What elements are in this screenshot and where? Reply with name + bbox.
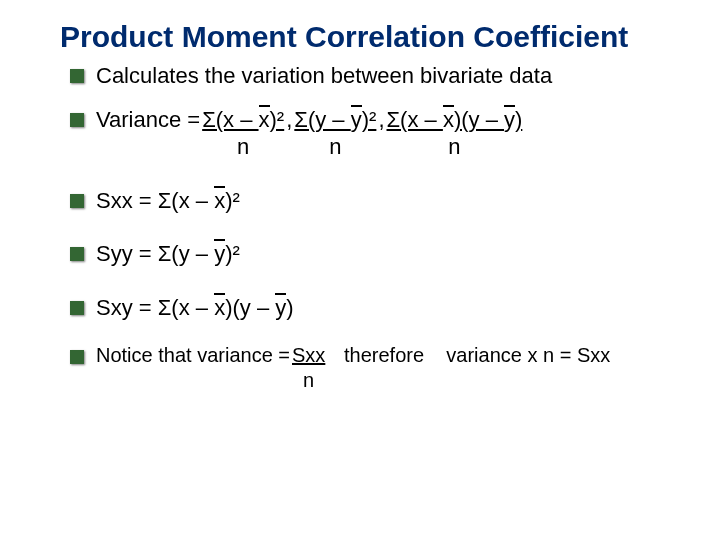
frac3-c: )(y – <box>454 107 504 132</box>
sxy-text: Sxy = Σ(x – x)(y – y) <box>96 294 294 322</box>
bullet-icon <box>70 113 84 127</box>
frac2-c: )² <box>362 107 377 132</box>
bullet-icon <box>70 69 84 83</box>
note-b: therefore variance x n = Sxx <box>327 343 610 368</box>
syy-row: Syy = Σ(y – y)² <box>70 240 690 268</box>
frac2-ybar: y <box>351 106 362 134</box>
variance-label: Variance = <box>96 106 200 134</box>
sxx-text: Sxx = Σ(x – x)² <box>96 187 240 215</box>
sxy-row: Sxy = Σ(x – x)(y – y) <box>70 294 690 322</box>
bullet-icon <box>70 247 84 261</box>
sxx-xbar: x <box>214 187 225 215</box>
slide: Product Moment Correlation Coefficient C… <box>0 0 720 540</box>
frac3-den: n <box>448 133 460 161</box>
bullet-icon <box>70 301 84 315</box>
frac-2: Σ(y – y)² n <box>294 106 376 161</box>
frac2-den: n <box>329 133 341 161</box>
syy-text: Syy = Σ(y – y)² <box>96 240 240 268</box>
sxy-xbar: x <box>214 294 225 322</box>
note-frac-num: Sxx <box>292 343 325 368</box>
bullet-icon <box>70 350 84 364</box>
frac3-xbar: x <box>443 106 454 134</box>
frac1-xbar: x <box>259 106 270 134</box>
sxx-c: )² <box>225 188 240 213</box>
frac1-c: )² <box>270 107 285 132</box>
frac-1: Σ(x – x)² n <box>202 106 284 161</box>
sxx-a: Sxx = Σ(x – <box>96 188 214 213</box>
slide-title: Product Moment Correlation Coefficient <box>60 20 690 54</box>
sxx-row: Sxx = Σ(x – x)² <box>70 187 690 215</box>
sep-2: , <box>378 106 384 134</box>
bullet-icon <box>70 194 84 208</box>
frac2-a: Σ(y – <box>294 107 350 132</box>
syy-ybar: y <box>214 240 225 268</box>
sep-1: , <box>286 106 292 134</box>
sxy-ybar: y <box>275 294 286 322</box>
sxy-e: ) <box>286 295 293 320</box>
frac1-den: n <box>237 133 249 161</box>
syy-a: Syy = Σ(y – <box>96 241 214 266</box>
frac3-ybar: y <box>504 106 515 134</box>
note-a: Notice that variance = <box>96 343 290 368</box>
note-frac: Sxx n <box>292 343 325 393</box>
subtitle-row: Calculates the variation between bivaria… <box>70 62 690 90</box>
sxy-a: Sxy = Σ(x – <box>96 295 214 320</box>
note-row: Notice that variance = Sxx n therefore v… <box>70 343 690 393</box>
frac-3: Σ(x – x)(y – y) n <box>387 106 523 161</box>
subtitle-text: Calculates the variation between bivaria… <box>96 62 552 90</box>
sxy-c: )(y – <box>225 295 275 320</box>
frac3-e: ) <box>515 107 522 132</box>
syy-c: )² <box>225 241 240 266</box>
note-frac-den: n <box>303 368 314 393</box>
variance-row: Variance = Σ(x – x)² n , Σ(y – y)² n , Σ… <box>70 106 690 161</box>
variance-block: Variance = Σ(x – x)² n , Σ(y – y)² n , Σ… <box>96 106 524 161</box>
frac1-a: Σ(x – <box>202 107 258 132</box>
frac3-a: Σ(x – <box>387 107 443 132</box>
note-block: Notice that variance = Sxx n therefore v… <box>96 343 610 393</box>
